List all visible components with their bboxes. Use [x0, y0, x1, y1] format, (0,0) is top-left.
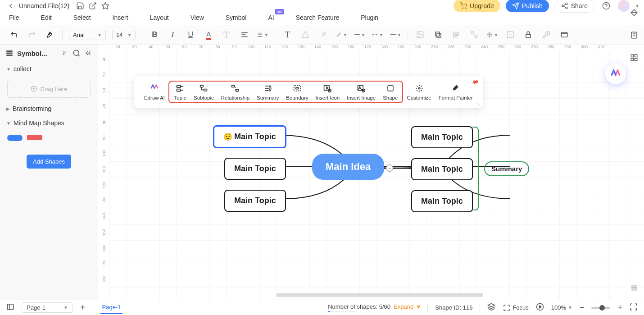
align-objects-button[interactable]: [450, 29, 462, 41]
fill-panel-icon[interactable]: [628, 6, 640, 19]
effects-button[interactable]: ▼: [486, 29, 498, 41]
menu-layout[interactable]: Layout: [150, 14, 169, 21]
underline-button[interactable]: U: [185, 29, 196, 41]
sidebar-cat-collect[interactable]: ▼collect: [0, 62, 98, 76]
save-icon[interactable]: [74, 0, 86, 11]
resize-handle-icon[interactable]: ⤡: [476, 101, 480, 106]
ft-customize[interactable]: Customize: [403, 83, 435, 100]
svg-rect-29: [455, 33, 459, 35]
drag-here-area[interactable]: Drag Here: [7, 80, 91, 98]
arrow-style-button[interactable]: ▼: [390, 29, 401, 41]
node-right-1[interactable]: Main Topic: [411, 126, 473, 148]
menu-ai[interactable]: AI hot: [268, 14, 274, 21]
publish-button[interactable]: Publish: [506, 0, 549, 12]
svg-rect-74: [631, 55, 633, 57]
back-button[interactable]: [5, 0, 17, 11]
page-tab[interactable]: Page-1: [100, 301, 123, 314]
shape-fill-button[interactable]: [299, 29, 311, 41]
tools-button[interactable]: [540, 29, 552, 41]
menu-search[interactable]: Search Feature: [296, 14, 340, 21]
panel-toggle-icon[interactable]: [6, 303, 14, 312]
layers-button[interactable]: [432, 29, 444, 41]
focus-button[interactable]: Focus: [503, 304, 528, 312]
zoom-level[interactable]: 100%▼: [551, 304, 572, 311]
text-tool-button[interactable]: T: [281, 29, 293, 41]
zoom-in-button[interactable]: +: [617, 303, 622, 312]
text-color-button[interactable]: A: [203, 29, 214, 41]
ft-insert-icon[interactable]: Insert Icon: [312, 83, 344, 100]
font-size-select[interactable]: 14▼: [112, 30, 136, 40]
edit-shape-button[interactable]: [504, 29, 516, 41]
menu-view[interactable]: View: [190, 14, 204, 21]
horizontal-scrollbar[interactable]: [276, 293, 483, 297]
share-button[interactable]: Share: [554, 0, 594, 13]
ft-summary[interactable]: Summary: [253, 83, 282, 100]
clear-format-button[interactable]: [221, 29, 232, 41]
menu-edit[interactable]: Edit: [41, 14, 52, 21]
list-panel-icon[interactable]: [628, 282, 640, 294]
image-insert-button[interactable]: [414, 29, 426, 41]
menu-select[interactable]: Select: [73, 14, 91, 21]
ft-boundary[interactable]: Boundary: [282, 83, 312, 100]
highlight-button[interactable]: [317, 29, 329, 41]
italic-button[interactable]: I: [167, 29, 178, 41]
ruler-horizontal: 2030405060708090100110120130140150160170…: [109, 45, 644, 51]
menu-insert[interactable]: Insert: [113, 14, 128, 21]
shape-id: Shape ID: 116: [435, 304, 472, 311]
redo-button[interactable]: [26, 29, 38, 41]
ft-relationship[interactable]: Relationship: [218, 83, 253, 100]
fullscreen-button[interactable]: [630, 303, 638, 312]
page-panel-icon[interactable]: [628, 29, 640, 41]
ft-insert-image[interactable]: Insert Image: [343, 83, 379, 100]
ft-subtopic[interactable]: Subtopic: [190, 83, 218, 100]
expand-link[interactable]: Expand: [394, 303, 413, 310]
container-button[interactable]: [558, 29, 570, 41]
sidebar-cat-mindmap[interactable]: ▼Mind Map Shapes: [0, 116, 98, 130]
upgrade-button[interactable]: Upgrade: [454, 0, 500, 12]
node-left-1[interactable]: 😟Main Topic: [213, 125, 286, 148]
ft-topic[interactable]: Topic: [170, 83, 190, 100]
font-select[interactable]: Arial▼: [69, 30, 106, 40]
undo-button[interactable]: [8, 29, 20, 41]
distribute-button[interactable]: [468, 29, 480, 41]
align-left-button[interactable]: [239, 29, 250, 41]
add-shapes-button[interactable]: Add Shapes: [27, 155, 71, 169]
align-vertical-button[interactable]: ▼: [257, 29, 268, 41]
bold-button[interactable]: B: [149, 29, 160, 41]
line-style-button[interactable]: ▼: [354, 29, 365, 41]
collapse-sidebar-icon[interactable]: [84, 49, 92, 57]
ft-shape[interactable]: Shape: [379, 83, 401, 100]
play-button[interactable]: [536, 303, 544, 312]
menu-plugin[interactable]: Plugin: [361, 14, 378, 21]
collapse-toggle[interactable]: −: [386, 164, 393, 172]
sidebar-cat-brainstorming[interactable]: ▶Brainstorming: [0, 101, 98, 116]
ft-edraw-ai[interactable]: Edraw AI: [141, 83, 168, 100]
layers-status-icon[interactable]: [487, 303, 495, 312]
zoom-out-button[interactable]: −: [580, 303, 585, 312]
sidebar-dropdown-icon[interactable]: ⇵: [62, 50, 66, 56]
ft-format-painter[interactable]: Format Painter: [435, 83, 476, 100]
node-left-2[interactable]: Main Topic: [224, 158, 286, 180]
page-select[interactable]: Page-1▼: [22, 302, 73, 313]
format-brush-icon[interactable]: [44, 29, 56, 41]
node-main-idea[interactable]: Main Idea: [312, 154, 384, 180]
open-external-icon[interactable]: [86, 0, 99, 11]
shape-previews[interactable]: [7, 135, 91, 141]
canvas[interactable]: 📌 Edraw AI Topic Subtopic Relationship S…: [109, 51, 644, 300]
ai-assistant-bubble[interactable]: [605, 64, 626, 84]
node-left-3[interactable]: Main Topic: [224, 190, 286, 212]
add-page-button[interactable]: +: [80, 302, 86, 313]
help-icon[interactable]: [600, 0, 612, 11]
lock-button[interactable]: [522, 29, 534, 41]
grid-panel-icon[interactable]: [628, 51, 640, 64]
summary-node[interactable]: Summary: [484, 161, 529, 176]
menu-file[interactable]: File: [9, 14, 19, 21]
node-right-2[interactable]: Main Topic: [411, 158, 473, 180]
star-icon[interactable]: [99, 0, 112, 11]
zoom-slider[interactable]: [591, 307, 610, 309]
line-tool-button[interactable]: ▼: [336, 29, 347, 41]
menu-symbol[interactable]: Symbol: [226, 14, 247, 21]
line-dash-button[interactable]: ▼: [372, 29, 383, 41]
node-right-3[interactable]: Main Topic: [411, 190, 473, 212]
search-icon[interactable]: [73, 49, 81, 57]
